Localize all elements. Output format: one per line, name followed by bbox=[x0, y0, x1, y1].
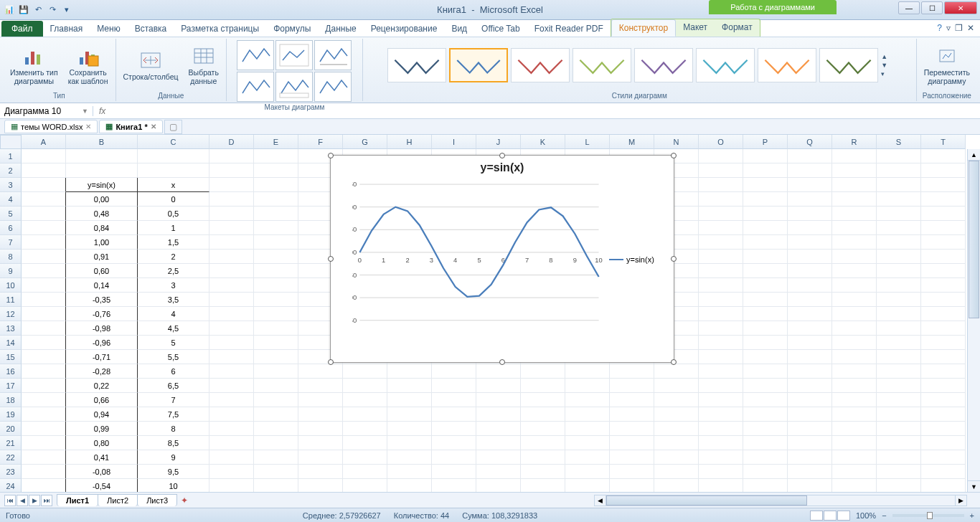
row-header[interactable]: 20 bbox=[0, 422, 22, 436]
cell[interactable] bbox=[565, 393, 610, 407]
cell[interactable] bbox=[565, 422, 610, 436]
cell[interactable] bbox=[832, 364, 877, 379]
cell[interactable] bbox=[832, 207, 877, 221]
cell[interactable] bbox=[138, 149, 209, 163]
cell[interactable] bbox=[877, 379, 921, 393]
ribbon-tab[interactable]: Office Tab bbox=[474, 21, 527, 37]
cell[interactable]: 10 bbox=[138, 479, 209, 492]
cell[interactable] bbox=[788, 407, 832, 422]
cell[interactable] bbox=[699, 178, 743, 192]
cell[interactable]: -0,76 bbox=[66, 307, 138, 321]
cell[interactable] bbox=[832, 393, 877, 407]
cell[interactable] bbox=[921, 407, 966, 422]
cell[interactable] bbox=[521, 407, 565, 422]
cell[interactable] bbox=[699, 221, 743, 235]
cell[interactable]: 6 bbox=[138, 364, 209, 379]
cell[interactable] bbox=[654, 422, 699, 436]
cell[interactable] bbox=[476, 450, 521, 465]
cell[interactable] bbox=[432, 479, 476, 492]
chart-layout-2[interactable] bbox=[275, 40, 313, 70]
cell[interactable] bbox=[877, 250, 921, 264]
chart-style-thumb[interactable] bbox=[449, 48, 508, 82]
cell[interactable] bbox=[699, 264, 743, 278]
namebox-dropdown-icon[interactable]: ▼ bbox=[82, 108, 88, 115]
cell[interactable] bbox=[209, 192, 254, 207]
cell[interactable] bbox=[921, 307, 966, 321]
cell[interactable]: 0 bbox=[138, 192, 209, 207]
column-header[interactable]: B bbox=[66, 135, 138, 149]
chart-style-thumb[interactable] bbox=[573, 48, 631, 82]
cell[interactable] bbox=[22, 479, 66, 492]
save-as-template-button[interactable]: Сохранитькак шаблон bbox=[65, 43, 111, 87]
cell[interactable] bbox=[877, 450, 921, 465]
cell[interactable] bbox=[254, 379, 298, 393]
zoom-knob[interactable] bbox=[927, 512, 933, 519]
cell[interactable] bbox=[209, 321, 254, 336]
ribbon-tab-context[interactable]: Макет bbox=[676, 19, 715, 37]
cell[interactable]: x bbox=[138, 178, 209, 192]
cell[interactable] bbox=[877, 407, 921, 422]
sheet-tab[interactable]: Лист1 bbox=[57, 494, 98, 506]
cell[interactable] bbox=[699, 250, 743, 264]
cell[interactable] bbox=[921, 235, 966, 250]
cell[interactable] bbox=[22, 278, 66, 293]
new-doc-tab-button[interactable]: ▢ bbox=[164, 120, 182, 134]
cell[interactable] bbox=[699, 163, 743, 178]
horizontal-scrollbar[interactable]: ◀ ▶ bbox=[594, 495, 967, 506]
cell[interactable] bbox=[22, 207, 66, 221]
cell[interactable] bbox=[877, 336, 921, 350]
cell[interactable] bbox=[610, 422, 654, 436]
cell[interactable] bbox=[343, 364, 387, 379]
cell[interactable] bbox=[387, 436, 432, 450]
cell[interactable] bbox=[921, 379, 966, 393]
resize-handle[interactable] bbox=[671, 153, 677, 158]
redo-icon[interactable]: ↷ bbox=[46, 4, 59, 16]
cell[interactable] bbox=[254, 178, 298, 192]
cell[interactable] bbox=[298, 436, 343, 450]
cell[interactable] bbox=[743, 192, 788, 207]
cell[interactable]: 7 bbox=[138, 393, 209, 407]
scroll-left-icon[interactable]: ◀ bbox=[595, 495, 606, 506]
cell[interactable] bbox=[610, 407, 654, 422]
sheet-nav-first-icon[interactable]: ⏮ bbox=[4, 495, 16, 506]
cell[interactable] bbox=[921, 221, 966, 235]
cell[interactable] bbox=[788, 221, 832, 235]
cell[interactable] bbox=[22, 163, 66, 178]
cell[interactable] bbox=[877, 364, 921, 379]
cell[interactable]: 0,66 bbox=[66, 393, 138, 407]
cell[interactable] bbox=[254, 393, 298, 407]
chart-object[interactable]: y=sin(x) -1,50-1,00-0,500,000,501,001,50… bbox=[330, 155, 674, 363]
cell[interactable] bbox=[832, 436, 877, 450]
cell[interactable] bbox=[877, 264, 921, 278]
cell[interactable] bbox=[832, 163, 877, 178]
cell[interactable] bbox=[298, 364, 343, 379]
cell[interactable] bbox=[254, 235, 298, 250]
cell[interactable] bbox=[254, 450, 298, 465]
cell[interactable] bbox=[832, 235, 877, 250]
cell[interactable]: 6,5 bbox=[138, 379, 209, 393]
cell[interactable] bbox=[877, 149, 921, 163]
cell[interactable] bbox=[209, 422, 254, 436]
cell[interactable] bbox=[832, 278, 877, 293]
cell[interactable] bbox=[743, 422, 788, 436]
cell[interactable] bbox=[877, 422, 921, 436]
chart-layout-6[interactable] bbox=[314, 72, 352, 102]
cell[interactable] bbox=[921, 465, 966, 479]
cell[interactable] bbox=[521, 364, 565, 379]
save-icon[interactable]: 💾 bbox=[17, 4, 30, 16]
cell[interactable] bbox=[788, 278, 832, 293]
chart-style-thumb[interactable] bbox=[387, 48, 446, 82]
name-box[interactable]: Диаграмма 10▼ bbox=[0, 106, 93, 116]
cell[interactable] bbox=[921, 364, 966, 379]
help-icon[interactable]: ? bbox=[937, 23, 942, 33]
cell[interactable]: -0,08 bbox=[66, 465, 138, 479]
cell[interactable] bbox=[877, 350, 921, 364]
scroll-down-icon[interactable]: ▼ bbox=[968, 480, 980, 492]
cell[interactable]: 0,94 bbox=[66, 407, 138, 422]
cell[interactable] bbox=[254, 436, 298, 450]
cell[interactable] bbox=[254, 465, 298, 479]
column-header[interactable]: A bbox=[22, 135, 66, 149]
spreadsheet-grid[interactable]: ABCDEFGHIJKLMNOPQRST 123y=sin(x)x40,0005… bbox=[0, 135, 980, 492]
ribbon-tab[interactable]: Формулы bbox=[266, 21, 318, 37]
ribbon-tab[interactable]: Вид bbox=[444, 21, 474, 37]
